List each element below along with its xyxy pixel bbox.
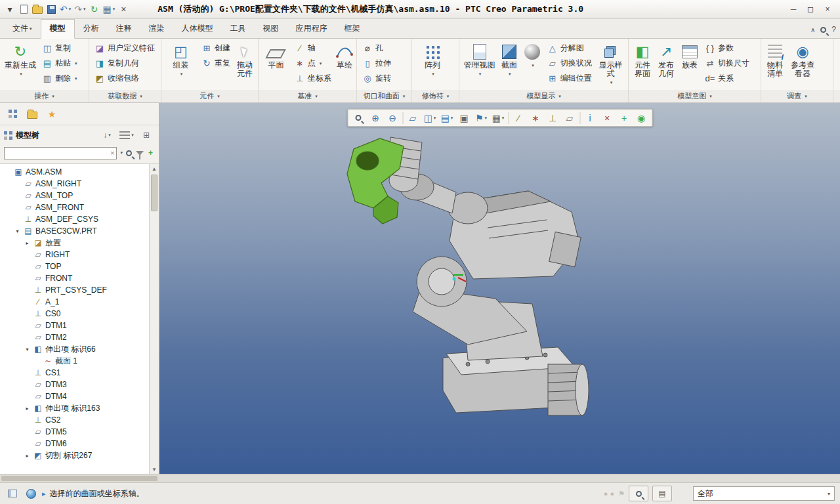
regenerate-quick-button[interactable]: ↻ xyxy=(88,2,101,16)
zoom-in-button[interactable]: ⊕ xyxy=(367,110,384,125)
relations-button[interactable]: d=关系 xyxy=(702,71,752,86)
tab-框架[interactable]: 框架 xyxy=(336,20,369,38)
section-view-button[interactable]: ▤▾ xyxy=(438,110,455,125)
reference-viewer-button[interactable]: ◉ 参考查看器 xyxy=(788,41,818,88)
tag-display-toggle[interactable]: × xyxy=(598,110,616,125)
tree-sort-button[interactable]: ↓▾ xyxy=(98,127,116,143)
repeat-button[interactable]: ↻重复 xyxy=(199,56,233,71)
group-label-切口和曲面[interactable]: 切口和曲面▾ xyxy=(357,90,412,102)
tree-search-input[interactable] xyxy=(5,148,108,158)
navigator-toggle-button[interactable] xyxy=(5,486,20,501)
capture-image-button[interactable]: ▣ xyxy=(455,110,472,125)
tree-item[interactable]: ▱DTM3 xyxy=(1,379,159,390)
search-model-button[interactable] xyxy=(629,486,648,501)
parameters-button[interactable]: { }参数 xyxy=(702,41,752,56)
tree-item[interactable]: ∼截面 1 xyxy=(1,355,159,367)
tree-item[interactable]: ▱DTM1 xyxy=(1,320,159,331)
drag-components-button[interactable]: 拖动元件 xyxy=(234,41,255,88)
extrude-button[interactable]: ▯拉伸 xyxy=(360,56,394,71)
expand-arrow-icon[interactable]: ▸ xyxy=(24,240,31,246)
assemble-button[interactable]: ◰ 组装 ▾ xyxy=(164,41,198,88)
tab-渲染[interactable]: 渲染 xyxy=(140,20,173,38)
saved-orientations-button[interactable]: ⚑▾ xyxy=(472,110,490,125)
exploded-view-button[interactable]: △分解图 xyxy=(545,41,595,56)
bom-button[interactable]: 物料清单 xyxy=(764,41,786,88)
tab-注释[interactable]: 注释 xyxy=(108,20,140,38)
tree-show-button[interactable]: ▾ xyxy=(118,127,135,143)
tree-item[interactable]: ∕A_1 xyxy=(1,296,159,308)
minimize-ribbon-icon[interactable]: ∧ xyxy=(810,26,815,33)
refit-button[interactable]: ▱ xyxy=(404,110,421,125)
section-button[interactable]: 截面 ▾ xyxy=(498,41,520,88)
datum-axes-toggle[interactable]: ∕ xyxy=(510,110,527,125)
window-menu-button[interactable]: ▾ xyxy=(3,2,16,16)
zoom-window-button[interactable] xyxy=(350,110,367,125)
tab-模型[interactable]: 模型 xyxy=(41,19,75,39)
switch-state-button[interactable]: ▱切换状况 xyxy=(545,56,595,71)
close-window-button[interactable]: × xyxy=(117,2,130,16)
pattern-button[interactable]: 阵列 ▾ xyxy=(415,41,450,88)
tree-item[interactable]: ▾◧伸出项 标识66 xyxy=(1,343,159,355)
view-manager-button[interactable]: ▦▾ xyxy=(490,110,507,125)
help-icon[interactable]: ? xyxy=(831,25,836,34)
tree-item[interactable]: ▾▤BASEC3CW.PRT xyxy=(1,225,159,237)
tree-item[interactable]: ▸◩切割 标识267 xyxy=(1,450,159,461)
close-button[interactable]: × xyxy=(819,2,836,16)
scroll-thumb[interactable] xyxy=(151,175,158,211)
tab-视图[interactable]: 视图 xyxy=(255,20,287,38)
tree-settings-button[interactable]: ⊞ xyxy=(138,127,155,143)
select-list-button[interactable]: ▤ xyxy=(652,486,672,501)
open-file-button[interactable] xyxy=(31,2,44,16)
manage-views-button[interactable]: 管理视图 ▾ xyxy=(462,41,497,88)
user-defined-feature-button[interactable]: ◪用户定义特征 xyxy=(92,41,158,56)
dragger-toggle[interactable]: ◉ xyxy=(633,110,650,125)
command-search-icon[interactable] xyxy=(820,27,826,33)
search-options-icon[interactable]: ▾ xyxy=(120,150,123,156)
display-style-button[interactable]: ◫▾ xyxy=(421,110,438,125)
group-label-操作[interactable]: 操作▾ xyxy=(0,90,89,102)
group-label-模型意图[interactable]: 模型意图▾ xyxy=(629,90,761,102)
annotation-display-toggle[interactable]: i xyxy=(581,110,598,125)
publish-geometry-button[interactable]: ↗ 发布几何 xyxy=(655,41,677,88)
delete-button[interactable]: ▥删除▾ xyxy=(39,71,80,86)
group-label-获取数据[interactable]: 获取数据▾ xyxy=(89,90,161,102)
tree-item[interactable]: ⊥CS1 xyxy=(1,367,159,379)
expand-arrow-icon[interactable]: ▸ xyxy=(24,453,31,459)
tree-item[interactable]: ⊥ASM_DEF_CSYS xyxy=(1,213,159,225)
tree-item[interactable]: ▱DTM6 xyxy=(1,438,159,450)
datum-plane-button[interactable]: 平面 xyxy=(261,41,291,88)
tree-item[interactable]: ▣ASM.ASM xyxy=(1,166,159,178)
find-button[interactable] xyxy=(125,145,133,161)
navigator-tree-button[interactable] xyxy=(4,106,21,122)
tree-item[interactable]: ▱ASM_RIGHT xyxy=(1,178,159,190)
collapse-arrow-icon[interactable]: ▾ xyxy=(24,346,31,352)
revolve-button[interactable]: ◎旋转 xyxy=(360,71,394,86)
sketch-button[interactable]: 草绘 xyxy=(335,41,354,88)
regenerate-button[interactable]: ↻ 重新生成 ▾ xyxy=(3,41,38,88)
add-filter-button[interactable]: + xyxy=(146,145,155,161)
save-button[interactable] xyxy=(45,2,58,16)
folder-browser-button[interactable] xyxy=(24,106,41,122)
tab-文件[interactable]: 文件▾ xyxy=(4,20,41,38)
spin-center-toggle[interactable]: + xyxy=(616,110,633,125)
copy-button[interactable]: ◫复制 xyxy=(39,41,80,56)
selection-filter-dropdown[interactable]: 全部 ▾ xyxy=(693,486,835,501)
favorites-button[interactable]: ★ xyxy=(43,106,60,122)
redo-button[interactable]: ↷▾ xyxy=(73,2,87,16)
group-label-调查[interactable]: 调查▾ xyxy=(761,90,833,102)
maximize-button[interactable]: ◻ xyxy=(802,2,819,16)
group-label-元件[interactable]: 元件▾ xyxy=(161,90,259,102)
tree-item[interactable]: ▸◧伸出项 标识163 xyxy=(1,402,159,414)
collapse-arrow-icon[interactable]: ▾ xyxy=(14,228,21,234)
tree-item[interactable]: ▱RIGHT xyxy=(1,249,159,261)
create-component-button[interactable]: ⊞创建 xyxy=(199,41,233,56)
datum-csys-toggle[interactable]: ⊥ xyxy=(544,110,561,125)
group-label-修饰符[interactable]: 修饰符▾ xyxy=(412,90,459,102)
datum-planes-toggle[interactable]: ▱ xyxy=(561,110,578,125)
minimize-button[interactable]: ─ xyxy=(785,2,802,16)
robot-model[interactable] xyxy=(159,103,840,474)
appearance-gallery-button[interactable]: ▾ xyxy=(521,41,543,88)
graphics-area[interactable]: ⊕⊖▱◫▾▤▾▣⚑▾▦▾∕∗⊥▱i×+◉ xyxy=(159,103,840,474)
datum-csys-button[interactable]: ⊥坐标系 xyxy=(292,71,334,86)
tree-item[interactable]: ▱FRONT xyxy=(1,272,159,284)
